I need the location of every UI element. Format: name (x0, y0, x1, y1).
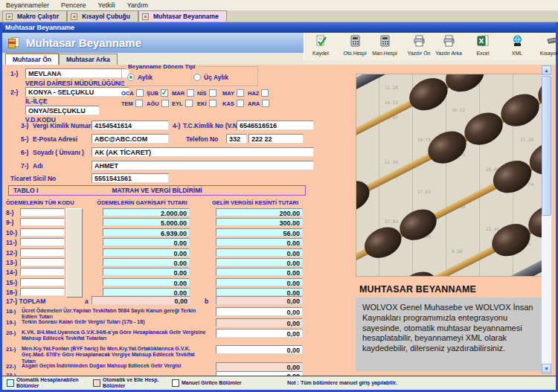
menu-item-2[interactable]: Pencere (61, 1, 86, 9)
month-checkbox[interactable] (261, 89, 269, 97)
toolbar-button-label: Oto.Hespl (343, 51, 366, 56)
tur-kodu-input[interactable] (20, 208, 65, 216)
gayrisafi-tutar-field[interactable]: 0,00 (103, 268, 190, 276)
field4-number: 4-) (173, 122, 180, 129)
tur-kodu-input[interactable] (20, 218, 65, 226)
kesinti-tutar-field[interactable]: 56,00 (216, 228, 303, 237)
month-checkbox[interactable] (237, 100, 244, 107)
gayrisafi-tutar-field[interactable]: 0,00 (103, 248, 190, 257)
kesinti-tutar-field[interactable]: 0,00 (216, 238, 303, 246)
kesinti-tutar-field[interactable]: 0,00 (216, 258, 303, 266)
month-checkbox[interactable] (136, 89, 144, 97)
kesinti-tutar-field[interactable]: 0,00 (216, 268, 303, 276)
excel-button[interactable]: Excel (468, 33, 498, 60)
col-header-kesinti: GELİR VERGİSİ KESİNTİ TUTARI (199, 199, 312, 206)
scroll-up-button[interactable]: ▲ (542, 65, 551, 75)
month-checkbox[interactable] (185, 100, 193, 107)
vergi-kimlik-input[interactable]: 4154541614 (92, 121, 169, 130)
row-value-field[interactable]: 0,00 (216, 307, 303, 316)
menu-item-3[interactable]: Yetkili (98, 1, 115, 9)
month-checkbox-grid: OCAŞUBMARNİSMAYHAZTEMAĞUEYLEKİKASARA (121, 89, 274, 107)
eposta-input[interactable]: ABC@ABC.COM (92, 134, 169, 144)
row-value-field[interactable]: 0,00 (216, 318, 303, 327)
yazd-r-arka-button[interactable]: Yazdır Arka (434, 33, 464, 60)
vergi-kimlik-label: Vergi Kimlik Numarası (33, 122, 100, 129)
radio-aylik[interactable]: Aylık (127, 74, 153, 81)
k-sayollar-button[interactable]: Kısayollar (536, 33, 558, 60)
kesinti-tutar-field[interactable]: 0,00 (216, 278, 303, 286)
tur-kodu-input[interactable] (20, 278, 65, 286)
kesinti-tutar-field[interactable]: 200,00 (216, 208, 303, 216)
kesinti-tutar-field[interactable]: 300,00 (216, 218, 303, 226)
kesinti-tutar-field[interactable]: 0,00 (216, 288, 303, 296)
legend-swatch (7, 379, 14, 387)
tablo1-label: TABLO I (13, 187, 38, 194)
month-label: MAY (222, 90, 234, 97)
row-number: 21-) (6, 346, 16, 353)
menu-item-4[interactable]: Yardım (127, 1, 148, 9)
row-label: Asgari Geçim İndiriminden Doğan Mahsup E… (22, 363, 209, 369)
gayrisafi-tutar-field[interactable]: 0,00 (103, 238, 190, 246)
yazd-r-n-button[interactable]: Yazdır Ön (404, 33, 434, 60)
legend-label: Manuel Girilen Bölümler (182, 380, 263, 386)
month-checkbox[interactable] (187, 89, 194, 97)
doc-tab-2[interactable]: ×Kısayol Çubuğu (67, 10, 138, 22)
gayrisafi-tutar-field[interactable]: 0,00 (103, 278, 190, 286)
soyadi-input[interactable]: AK (AK TİCARET) (92, 147, 314, 157)
gayrisafi-tutar-field[interactable]: 5.000,00 (103, 218, 190, 226)
vd-kodu-input[interactable]: ONYA/SELÇUKLU (25, 106, 100, 115)
doc-tab-1[interactable]: ×Makro Çalıştır (2, 10, 67, 22)
row-value-field[interactable]: 0,00 (216, 329, 303, 338)
page-tab-2[interactable]: Muhtasar Arka (59, 54, 118, 65)
tur-kodu-input[interactable] (20, 248, 65, 257)
toplam-b-field[interactable]: 0,00 (216, 296, 303, 305)
tur-kodu-input[interactable] (20, 238, 65, 246)
month-checkbox[interactable] (161, 100, 169, 107)
scroll-thumb[interactable] (542, 76, 551, 216)
row-value-field[interactable]: 0,00 (216, 345, 303, 354)
month-checkbox[interactable] (262, 100, 269, 107)
toplam-a-field[interactable]: 0,00 (92, 296, 190, 305)
month-checkbox[interactable] (135, 100, 143, 107)
man-hespl-button[interactable]: Man.Hespl (370, 33, 400, 60)
vertical-scrollbar[interactable]: ▲ ▼ (542, 65, 551, 373)
adi-input[interactable]: AHMET (92, 161, 314, 170)
month-checkbox[interactable] (237, 89, 244, 97)
row-value-field[interactable]: 0,00 (216, 362, 303, 371)
kesinti-tutar-field[interactable]: 0,00 (216, 248, 303, 257)
save-icon (315, 35, 327, 50)
gayrisafi-tutar-field[interactable]: 0,00 (103, 288, 190, 296)
tur-kodu-picker-button[interactable] (66, 208, 83, 298)
tur-kodu-input[interactable] (20, 288, 65, 296)
month-checkbox[interactable] (209, 100, 217, 107)
legend-item-1: Otomatik Hesaplanabilen Bölümler (7, 377, 87, 389)
vergi-dairesi-input[interactable]: MEVLANA (25, 68, 129, 78)
tab-close-icon[interactable]: × (6, 13, 13, 20)
menu-item-1[interactable]: Beyannameler (6, 1, 49, 9)
tab-close-icon[interactable]: × (71, 13, 77, 20)
gayrisafi-tutar-field[interactable]: 0,00 (103, 258, 190, 266)
tur-kodu-input[interactable] (20, 258, 65, 266)
kaydet-button[interactable]: Kaydet (306, 33, 336, 60)
doc-tab-3[interactable]: ×Muhtasar Beyanname (138, 10, 227, 22)
radio-uc-aylik[interactable]: Üç Aylık (193, 74, 228, 81)
svg-text:21.56: 21.56 (385, 159, 398, 164)
tab-close-icon[interactable]: × (142, 13, 149, 20)
tc-kimlik-input[interactable]: 6546516516 (237, 121, 314, 130)
scroll-down-button[interactable]: ▼ (542, 364, 551, 373)
telefon-kod-input[interactable]: 332 (226, 134, 247, 144)
page-tab-1[interactable]: Muhtasar Ön (5, 53, 59, 65)
tur-kodu-input[interactable] (20, 228, 65, 237)
month-checkbox[interactable] (209, 89, 217, 97)
row-number: 10-) (6, 229, 17, 237)
application-window: BeyannamelerPencereYetkiliYardım ×Makro … (0, 0, 558, 392)
xml-button[interactable]: XML (502, 33, 532, 60)
tur-kodu-input[interactable] (20, 268, 65, 276)
gayrisafi-tutar-field[interactable]: 2.000,00 (103, 208, 190, 216)
ticaret-sicil-input[interactable]: 5551541561 (92, 173, 169, 183)
month-checkbox[interactable] (161, 89, 168, 97)
gayrisafi-tutar-field[interactable]: 6.939,00 (103, 228, 190, 237)
il-ilce-input[interactable]: KONYA - SELÇUKLU (25, 87, 129, 97)
oto-hespl-button[interactable]: Oto.Hespl (340, 33, 370, 60)
telefon-no-input[interactable]: 222 22 (248, 134, 304, 144)
